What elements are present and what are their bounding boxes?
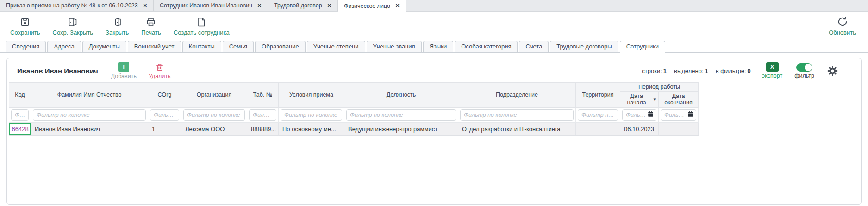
window-tab-bar: Приказ о приеме на работу № 48-к от 06.1…: [0, 0, 868, 12]
window-tab-person-active[interactable]: Физическое лицо ✕: [338, 0, 406, 12]
export-excel-button[interactable]: X экспорт: [762, 62, 782, 79]
close-button[interactable]: Закрыть: [106, 16, 129, 36]
tab-dokumenty[interactable]: Документы: [82, 41, 126, 52]
save-button[interactable]: Сохранить: [10, 16, 40, 36]
tab-semya[interactable]: Семья: [223, 41, 254, 52]
tab-osobaya-kategoriya[interactable]: Особая категория: [455, 41, 518, 52]
filter-input-position[interactable]: [346, 109, 456, 121]
tab-kontakty[interactable]: Контакты: [182, 41, 221, 52]
col-header-position[interactable]: Должность: [344, 83, 458, 108]
delete-row-button[interactable]: Удалить: [149, 62, 171, 79]
tab-adresa[interactable]: Адреса: [47, 41, 81, 52]
printer-icon: [145, 16, 156, 28]
tab-sotrudniki-active[interactable]: Сотрудники: [620, 41, 665, 53]
toolbar: Сохранить Сохр. Закрыть Закрыть: [0, 12, 868, 40]
col-header-tabnumber[interactable]: Таб. №: [247, 83, 279, 108]
filter-row: [9, 107, 699, 122]
filtered-count: в фильтре:0: [716, 67, 751, 74]
close-tab-icon[interactable]: ✕: [143, 3, 147, 8]
section-tab-bar: Сведения Адреса Документы Воинский учет …: [0, 40, 868, 53]
col-header-enddate[interactable]: Дата окончания: [659, 92, 699, 108]
table-row[interactable]: 66428 Иванов Иван Иванович 1 Лексема ООО…: [9, 122, 699, 135]
record-link[interactable]: 66428: [12, 126, 29, 133]
col-header-organization[interactable]: Организация: [181, 83, 247, 108]
col-header-startdate[interactable]: Дата начала ▼: [620, 92, 659, 108]
calendar-icon[interactable]: [648, 111, 654, 119]
selected-count: выделено:1: [674, 67, 708, 74]
tab-uchenye-zvaniya[interactable]: Ученые звания: [367, 41, 422, 52]
col-header-code[interactable]: Код: [9, 83, 31, 108]
col-header-terms[interactable]: Условия приема: [279, 83, 344, 108]
filter-input-corg[interactable]: [150, 109, 179, 121]
settings-gear-icon[interactable]: [827, 66, 838, 76]
window-tab-contract[interactable]: Трудовой договор ✕: [268, 0, 338, 11]
col-header-territory[interactable]: Территория: [576, 83, 620, 108]
calendar-icon[interactable]: [687, 111, 693, 119]
cell-tabnumber[interactable]: 888889...: [247, 122, 279, 135]
tab-trudovye-dogovory[interactable]: Трудовые договоры: [550, 41, 618, 52]
refresh-button[interactable]: Обновить: [829, 16, 856, 36]
rows-count: строки:1: [642, 67, 667, 74]
cell-code-selected[interactable]: 66428: [9, 122, 31, 135]
tab-scheta[interactable]: Счета: [519, 41, 549, 52]
tab-svedeniya[interactable]: Сведения: [6, 41, 46, 52]
panel-header: Иванов Иван Иванович + Добавить Удалить: [7, 58, 861, 82]
save-close-button[interactable]: Сохр. Закрыть: [53, 16, 94, 36]
window-tab-employee[interactable]: Сотрудник Иванов Иван Иванович ✕: [154, 0, 268, 11]
person-name-title: Иванов Иван Иванович: [17, 67, 98, 75]
col-header-corg[interactable]: COrg: [148, 83, 181, 108]
close-tab-icon[interactable]: ✕: [257, 3, 262, 8]
filter-input-territory[interactable]: [578, 109, 618, 121]
filter-input-fullname[interactable]: [33, 109, 146, 121]
window-tab-label: Приказ о приеме на работу № 48-к от 06.1…: [6, 2, 138, 9]
excel-icon: X: [766, 62, 779, 72]
filter-input-tabnumber[interactable]: [249, 109, 276, 121]
cell-position[interactable]: Ведущий инженер-программист: [344, 122, 458, 135]
col-header-fullname[interactable]: Фамилия Имя Отчество: [31, 83, 148, 108]
cell-enddate[interactable]: [659, 122, 699, 135]
plus-icon: +: [118, 62, 129, 72]
close-tab-icon[interactable]: ✕: [327, 3, 331, 8]
filter-input-organization[interactable]: [183, 109, 245, 121]
refresh-icon: [837, 16, 849, 28]
col-header-department[interactable]: Подразделение: [458, 83, 576, 108]
tab-obrazovanie[interactable]: Образование: [255, 41, 306, 52]
window-tab-label: Физическое лицо: [344, 3, 390, 9]
filter-input-code[interactable]: [11, 109, 29, 121]
cell-territory[interactable]: [576, 122, 620, 135]
toggle-on-icon: [796, 63, 812, 72]
create-employee-button[interactable]: Создать сотрудника: [174, 16, 230, 36]
filter-input-terms[interactable]: [281, 109, 342, 121]
content-area: Иванов Иван Иванович + Добавить Удалить: [1, 58, 867, 206]
tab-voinskiy-uchet[interactable]: Воинский учет: [128, 41, 181, 52]
cell-corg[interactable]: 1: [148, 122, 181, 135]
door-close-icon: [112, 16, 123, 28]
cell-fullname[interactable]: Иванов Иван Иванович: [31, 122, 148, 135]
window-tab-label: Сотрудник Иванов Иван Иванович: [160, 2, 252, 9]
cell-terms[interactable]: По основному ме...: [279, 122, 344, 135]
save-close-icon: [67, 16, 78, 28]
window-tab-label: Трудовой договор: [274, 2, 322, 9]
grid-stats: строки:1 выделено:1 в фильтре:0: [642, 67, 751, 74]
cell-organization[interactable]: Лексема ООО: [181, 122, 247, 135]
employees-table: Код Фамилия Имя Отчество COrg Организаци…: [9, 82, 699, 136]
close-tab-icon[interactable]: ✕: [395, 3, 400, 8]
print-button[interactable]: Печать: [141, 16, 161, 36]
tab-yazyki[interactable]: Языки: [423, 41, 454, 52]
cell-startdate[interactable]: 06.10.2023: [620, 122, 659, 135]
cell-department[interactable]: Отдел разработки и IT-консалтинга: [458, 122, 576, 135]
trash-icon: [155, 62, 164, 72]
new-document-icon: [196, 16, 207, 28]
window-tab-order[interactable]: Приказ о приеме на работу № 48-к от 06.1…: [0, 0, 154, 11]
filter-input-department[interactable]: [460, 109, 574, 121]
tab-uchenye-stepeni[interactable]: Ученые степени: [307, 41, 365, 52]
sort-desc-icon: ▼: [653, 97, 656, 102]
filter-toggle[interactable]: фильтр: [794, 62, 814, 79]
filter-input-enddate[interactable]: [664, 110, 686, 120]
save-icon: [19, 16, 31, 28]
employees-panel: Иванов Иван Иванович + Добавить Удалить: [6, 58, 862, 205]
filter-input-startdate[interactable]: [626, 110, 646, 120]
col-group-period: Период работы: [620, 83, 699, 92]
add-row-button[interactable]: + Добавить: [111, 62, 137, 79]
